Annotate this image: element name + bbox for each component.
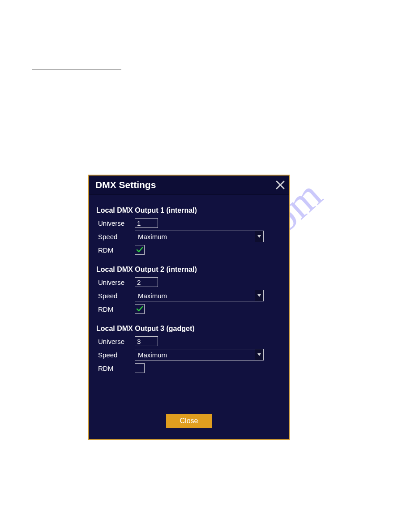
rdm-checkbox-2[interactable] [135, 304, 145, 314]
universe-input-2[interactable] [135, 277, 158, 287]
speed-select-2[interactable]: Maximum [135, 290, 264, 301]
universe-input-1[interactable] [135, 218, 158, 228]
row-speed-1: Speed Maximum [96, 231, 282, 242]
close-button[interactable]: Close [166, 414, 212, 428]
speed-select-1[interactable]: Maximum [135, 231, 264, 242]
row-rdm-3: RDM [96, 363, 282, 373]
output-section-1: Local DMX Output 1 (internal) Universe S… [96, 206, 282, 255]
dialog-title: DMX Settings [95, 180, 156, 190]
row-universe-3: Universe [96, 336, 282, 346]
label-universe-1: Universe [98, 219, 135, 227]
row-rdm-1: RDM [96, 245, 282, 255]
dialog-footer: Close [89, 414, 289, 428]
label-speed-2: Speed [98, 292, 135, 300]
row-universe-1: Universe [96, 218, 282, 228]
label-speed-1: Speed [98, 233, 135, 240]
speed-value-2: Maximum [138, 292, 167, 300]
dmx-settings-dialog: DMX Settings Local DMX Output 1 (interna… [88, 175, 290, 440]
dialog-header: DMX Settings [89, 176, 289, 195]
label-rdm-2: RDM [98, 305, 135, 313]
output-heading-1: Local DMX Output 1 (internal) [96, 206, 282, 215]
label-speed-3: Speed [98, 351, 135, 359]
label-universe-2: Universe [98, 279, 135, 286]
output-section-2: Local DMX Output 2 (internal) Universe S… [96, 266, 282, 314]
dialog-body: Local DMX Output 1 (internal) Universe S… [89, 195, 289, 373]
label-rdm-3: RDM [98, 365, 135, 372]
chevron-down-icon [255, 349, 263, 360]
universe-input-3[interactable] [135, 336, 158, 346]
row-universe-2: Universe [96, 277, 282, 287]
output-heading-2: Local DMX Output 2 (internal) [96, 266, 282, 274]
output-heading-3: Local DMX Output 3 (gadget) [96, 325, 282, 333]
rdm-checkbox-3[interactable] [135, 363, 145, 373]
speed-select-3[interactable]: Maximum [135, 349, 264, 360]
close-icon[interactable] [275, 180, 286, 190]
row-speed-3: Speed Maximum [96, 349, 282, 360]
row-rdm-2: RDM [96, 304, 282, 314]
output-section-3: Local DMX Output 3 (gadget) Universe Spe… [96, 325, 282, 373]
row-speed-2: Speed Maximum [96, 290, 282, 301]
page-heading-underline [32, 69, 121, 69]
label-universe-3: Universe [98, 338, 135, 345]
label-rdm-1: RDM [98, 246, 135, 254]
chevron-down-icon [255, 231, 263, 242]
chevron-down-icon [255, 290, 263, 301]
speed-value-1: Maximum [138, 233, 167, 240]
rdm-checkbox-1[interactable] [135, 245, 145, 255]
speed-value-3: Maximum [138, 351, 167, 359]
